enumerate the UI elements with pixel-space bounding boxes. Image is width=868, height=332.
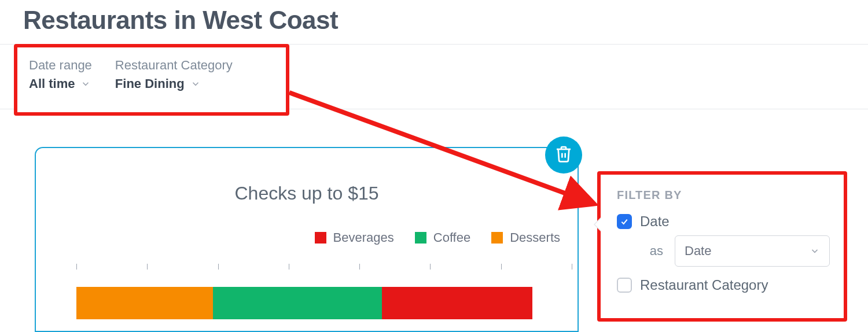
chevron-down-icon bbox=[190, 79, 201, 89]
axis-tick bbox=[430, 264, 431, 270]
legend-swatch bbox=[315, 232, 326, 244]
chart-card: Checks up to $15 Beverages Coffee Desser… bbox=[35, 147, 579, 332]
legend-swatch bbox=[415, 232, 426, 244]
filter-by-title: FILTER BY bbox=[617, 189, 830, 202]
filter-as-label: as bbox=[640, 244, 663, 259]
filter-option-label: Date bbox=[640, 213, 670, 230]
filter-restaurant-category[interactable]: Restaurant Category Fine Dining bbox=[115, 58, 233, 106]
page-title: Restaurants in West Coast bbox=[23, 6, 338, 35]
axis-tick bbox=[501, 264, 502, 270]
trash-icon bbox=[554, 145, 573, 165]
chevron-down-icon bbox=[810, 246, 820, 256]
date-as-select[interactable]: Date bbox=[675, 235, 830, 267]
filter-date-range[interactable]: Date range All time bbox=[29, 58, 92, 106]
dashboard-filter-bar: Date range All time Restaurant Category … bbox=[14, 44, 289, 116]
delete-card-button[interactable] bbox=[545, 137, 582, 174]
checkbox-unchecked[interactable] bbox=[617, 278, 632, 293]
axis-tick bbox=[289, 264, 289, 270]
filter-option-date[interactable]: Date bbox=[617, 213, 830, 230]
filter-value: All time bbox=[29, 76, 75, 91]
chart-title: Checks up to $15 bbox=[36, 183, 578, 204]
legend-label: Beverages bbox=[333, 230, 394, 245]
filter-by-panel: FILTER BY Date as Date Restaurant Catego… bbox=[597, 171, 847, 322]
checkbox-checked[interactable] bbox=[617, 214, 632, 229]
legend-item-beverages: Beverages bbox=[315, 230, 394, 245]
filter-value: Fine Dining bbox=[115, 76, 185, 91]
axis-tick bbox=[147, 264, 148, 270]
legend-item-desserts: Desserts bbox=[491, 230, 560, 245]
bar-segment-beverages bbox=[382, 287, 532, 319]
filter-label: Date range bbox=[29, 58, 92, 73]
legend-label: Coffee bbox=[433, 230, 470, 245]
chart-legend: Beverages Coffee Desserts bbox=[315, 230, 560, 245]
filter-option-restaurant-category[interactable]: Restaurant Category bbox=[617, 277, 830, 293]
axis-tick bbox=[359, 264, 360, 270]
bar-segment-desserts bbox=[76, 287, 213, 319]
chevron-down-icon bbox=[80, 79, 91, 89]
legend-swatch bbox=[491, 232, 503, 244]
axis-tick bbox=[572, 264, 572, 270]
axis-tick bbox=[76, 264, 77, 270]
bar-segment-coffee bbox=[213, 287, 381, 319]
legend-label: Desserts bbox=[510, 230, 560, 245]
axis-tick bbox=[218, 264, 219, 270]
select-value: Date bbox=[685, 244, 711, 259]
filter-label: Restaurant Category bbox=[115, 58, 233, 73]
chart-plot-area bbox=[76, 264, 572, 331]
filter-option-date-subrow: as Date bbox=[640, 235, 830, 267]
filter-option-label: Restaurant Category bbox=[640, 277, 768, 293]
chart-bar-row bbox=[76, 287, 532, 319]
legend-item-coffee: Coffee bbox=[415, 230, 470, 245]
